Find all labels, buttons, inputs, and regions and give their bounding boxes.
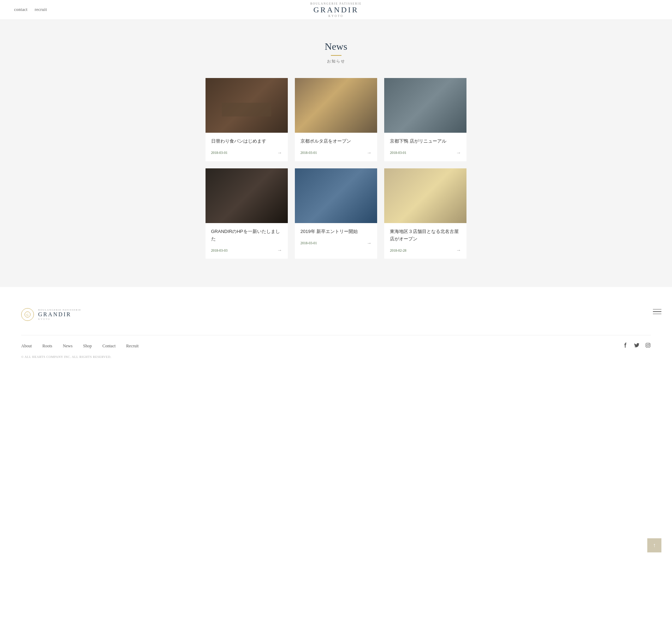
nav-recruit-link[interactable]: recruit [35,7,47,12]
news-divider [331,55,341,56]
brand-sub-text: BOULANGERIE PATISSERIE [310,2,362,5]
news-card-2[interactable]: 京都ポルタ店をオープン 2018-03-01 → [295,78,377,161]
news-card-title-2: 京都ポルタ店をオープン [301,138,371,145]
footer-nav-news[interactable]: News [63,343,72,349]
news-card-body-3: 京都下鴨 店がリニューアル 2018-03-01 → [384,133,466,161]
site-header: contact recruit BOULANGERIE PATISSERIE G… [0,0,672,20]
news-card-title-5: 2019年 新卒エントリー開始 [301,228,371,235]
news-card-image-2 [295,78,377,133]
news-card-date-3: 2018-03-01 [390,151,406,155]
instagram-link[interactable] [645,342,651,349]
facebook-icon [623,342,628,348]
news-card-date-2: 2018-03-01 [301,151,317,155]
hamburger-line-3 [653,313,661,314]
news-card-img-3 [384,78,466,133]
news-card-date-6: 2018-02-28 [390,248,406,252]
news-card-footer-1: 2018-03-01 → [211,150,282,156]
news-card-title-6: 東海地区３店舗目となる北名古屋店がオープン [390,228,461,243]
footer-nav-shop[interactable]: Shop [83,343,92,349]
news-card-footer-3: 2018-03-01 → [390,150,461,156]
news-card-img-4 [206,168,288,223]
svg-rect-2 [646,343,650,347]
news-card-arrow-1: → [277,150,282,156]
header-logo: BOULANGERIE PATISSERIE GRANDIR KYOTO [310,2,362,18]
footer-logo-area: G BOULANGERIE PATISSERIE GRANDIR KYOTO [21,308,651,321]
news-card-4[interactable]: GRANDIRのHPを一新いたしました 2018-03-03 → [206,168,288,259]
brand-name-text: GRANDIR [310,5,362,14]
news-card-date-1: 2018-03-01 [211,151,228,155]
news-grid: 日替わり食パンはじめます 2018-03-01 → 京都ポルタ店をオープン 20… [198,78,474,259]
svg-text:G: G [26,313,29,317]
footer-nav-row: AboutRootsNewsShopContactRecruit [21,335,651,349]
news-title: News [0,41,672,52]
nav-contact-link[interactable]: contact [14,7,28,12]
news-card-5[interactable]: 2019年 新卒エントリー開始 2018-03-01 → [295,168,377,259]
hamburger-line-1 [653,309,661,310]
footer-nav-roots[interactable]: Roots [42,343,52,349]
footer-brand-sub: BOULANGERIE PATISSERIE [38,308,81,311]
news-subtitle: お知らせ [0,59,672,64]
footer-logo-svg: G [24,311,31,318]
news-card-img-1 [206,78,288,133]
news-card-arrow-6: → [456,247,461,253]
news-card-6[interactable]: 東海地区３店舗目となる北名古屋店がオープン 2018-02-28 → [384,168,466,259]
brand-location-text: KYOTO [310,14,362,18]
news-card-body-6: 東海地区３店舗目となる北名古屋店がオープン 2018-02-28 → [384,223,466,259]
news-card-footer-5: 2018-03-01 → [301,240,371,246]
header-nav: contact recruit [14,7,47,12]
news-card-3[interactable]: 京都下鴨 店がリニューアル 2018-03-01 → [384,78,466,161]
news-card-img-5 [295,168,377,223]
news-card-body-5: 2019年 新卒エントリー開始 2018-03-01 → [295,223,377,252]
site-footer: G BOULANGERIE PATISSERIE GRANDIR KYOTO A… [0,287,672,369]
svg-point-4 [649,344,650,345]
footer-brand-location: KYOTO [38,318,81,321]
news-card-footer-6: 2018-02-28 → [390,247,461,253]
hamburger-menu[interactable] [653,309,661,314]
facebook-link[interactable] [623,342,628,349]
news-card-footer-4: 2018-03-03 → [211,247,282,253]
news-card-image-5 [295,168,377,223]
twitter-icon [634,342,640,348]
news-card-date-5: 2018-03-01 [301,241,317,245]
footer-nav-contact[interactable]: Contact [102,343,115,349]
news-card-arrow-2: → [367,150,371,156]
news-card-footer-2: 2018-03-01 → [301,150,371,156]
footer-brand-text: BOULANGERIE PATISSERIE GRANDIR KYOTO [38,308,81,321]
footer-brand-name: GRANDIR [38,311,81,318]
news-card-img-6 [384,168,466,223]
news-card-arrow-3: → [456,150,461,156]
news-card-1[interactable]: 日替わり食パンはじめます 2018-03-01 → [206,78,288,161]
news-section-header: News お知らせ [0,41,672,64]
news-card-arrow-5: → [367,240,371,246]
news-card-image-6 [384,168,466,223]
news-card-date-4: 2018-03-03 [211,248,228,252]
footer-social [623,342,651,349]
footer-nav: AboutRootsNewsShopContactRecruit [21,343,139,349]
twitter-link[interactable] [634,342,640,349]
main-content: News お知らせ 日替わり食パンはじめます 2018-03-01 → 京都ポル… [0,20,672,287]
news-card-title-3: 京都下鴨 店がリニューアル [390,138,461,145]
news-card-image-1 [206,78,288,133]
news-card-img-2 [295,78,377,133]
news-card-body-1: 日替わり食パンはじめます 2018-03-01 → [206,133,288,161]
news-card-body-4: GRANDIRのHPを一新いたしました 2018-03-03 → [206,223,288,259]
svg-point-3 [647,344,649,346]
news-card-body-2: 京都ポルタ店をオープン 2018-03-01 → [295,133,377,161]
footer-logo-icon: G [21,308,34,321]
footer-nav-recruit[interactable]: Recruit [126,343,138,349]
hamburger-line-2 [653,311,661,312]
news-card-title-1: 日替わり食パンはじめます [211,138,282,145]
news-card-arrow-4: → [277,247,282,253]
news-card-title-4: GRANDIRのHPを一新いたしました [211,228,282,243]
footer-nav-about[interactable]: About [21,343,32,349]
news-card-image-4 [206,168,288,223]
instagram-icon [645,342,651,348]
footer-copyright: © ALL HEARTS COMPANY INC. ALL RIGHTS RES… [21,355,651,359]
news-card-image-3 [384,78,466,133]
